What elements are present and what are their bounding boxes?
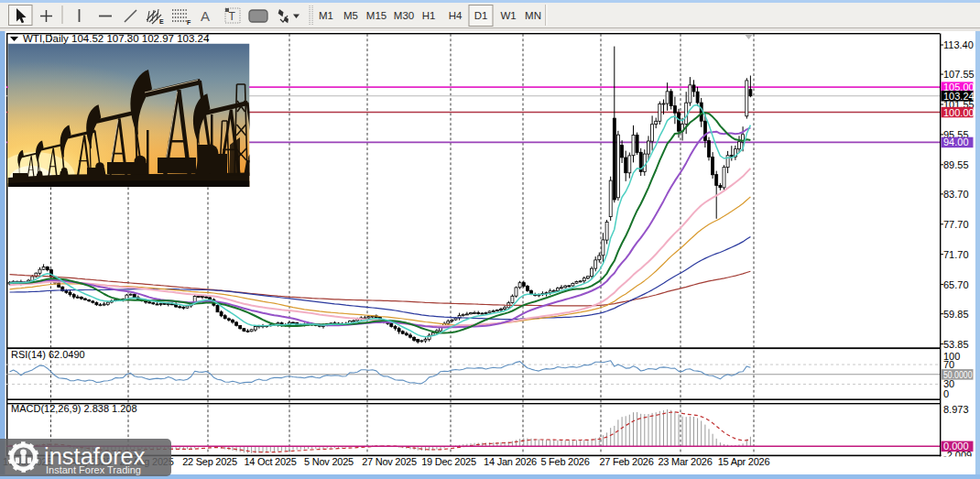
svg-text:MACD(12,26,9) 2.838 1.208: MACD(12,26,9) 2.838 1.208: [11, 403, 137, 414]
svg-text:0: 0: [943, 388, 949, 399]
svg-text:77.70: 77.70: [943, 219, 969, 230]
svg-text:M5: M5: [343, 10, 358, 21]
svg-text:53.85: 53.85: [943, 339, 969, 350]
svg-text:5 Nov 2025: 5 Nov 2025: [304, 456, 354, 467]
svg-text:103.24: 103.24: [943, 91, 975, 102]
svg-text:19 Dec 2025: 19 Dec 2025: [421, 456, 476, 467]
svg-text:8.973: 8.973: [943, 404, 969, 415]
svg-text:F: F: [187, 19, 191, 26]
svg-text:5 Feb 2026: 5 Feb 2026: [540, 456, 589, 467]
svg-text:23 Mar 2026: 23 Mar 2026: [658, 456, 712, 467]
svg-text:107.55: 107.55: [943, 69, 975, 80]
svg-text:14 Oct 2025: 14 Oct 2025: [244, 456, 296, 467]
svg-text:A: A: [201, 8, 210, 24]
svg-text:T: T: [229, 10, 236, 23]
svg-text:H4: H4: [449, 10, 463, 21]
svg-text:113.40: 113.40: [943, 39, 974, 50]
svg-text:65.70: 65.70: [943, 279, 969, 290]
svg-text:M1: M1: [319, 10, 333, 21]
svg-text:27 Feb 2026: 27 Feb 2026: [599, 456, 653, 467]
svg-text:27 Nov 2025: 27 Nov 2025: [362, 456, 417, 467]
svg-text:M30: M30: [394, 10, 414, 21]
svg-text:M15: M15: [366, 10, 387, 21]
svg-text:15 Apr 2026: 15 Apr 2026: [718, 456, 770, 467]
svg-text:14 Jan 2026: 14 Jan 2026: [484, 456, 537, 467]
svg-text:22 Sep 2025: 22 Sep 2025: [182, 456, 237, 467]
svg-text:Instant Forex Trading: Instant Forex Trading: [46, 464, 141, 475]
svg-text:59.85: 59.85: [943, 309, 969, 320]
svg-text:D1: D1: [474, 10, 488, 21]
svg-text:94.00: 94.00: [943, 136, 969, 147]
svg-text:83.70: 83.70: [943, 189, 969, 200]
svg-text:E: E: [159, 18, 164, 25]
svg-text:W1: W1: [500, 10, 516, 21]
svg-text:H1: H1: [422, 10, 436, 21]
svg-text:100.00: 100.00: [943, 107, 975, 118]
svg-text:71.70: 71.70: [943, 249, 969, 260]
svg-text:89.55: 89.55: [943, 159, 969, 170]
svg-text:MN: MN: [525, 10, 541, 21]
svg-text:WTI,Daily 104.52 107.30 102.9: WTI,Daily 104.52 107.30 102.97 103.24: [23, 33, 210, 44]
svg-text:RSI(14) 62.0490: RSI(14) 62.0490: [11, 349, 85, 360]
